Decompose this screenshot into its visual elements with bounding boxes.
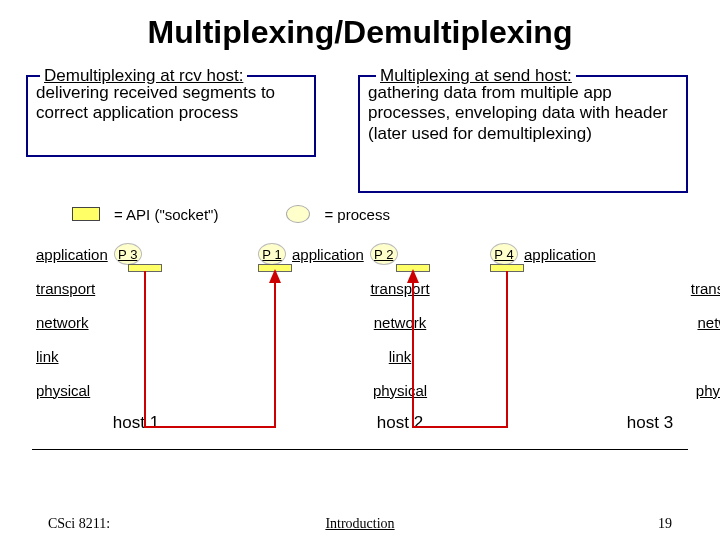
host2-label: host 2	[300, 413, 500, 433]
host1-link: link	[36, 339, 236, 373]
process-p1: P 1	[258, 243, 286, 265]
host2-stack: . transport network link physical host 2	[300, 237, 500, 433]
diagram-area: Demultiplexing at rcv host: delivering r…	[0, 57, 720, 487]
host2-physical: physical	[300, 373, 500, 407]
slide-footer: CSci 8211: Introduction 19	[0, 516, 720, 532]
process-swatch-icon	[286, 205, 310, 223]
demux-legend: Demultiplexing at rcv host:	[40, 66, 247, 86]
host3-transport: transport	[550, 271, 720, 305]
host1-transport: transport	[36, 271, 236, 305]
footer-left: CSci 8211:	[48, 516, 110, 532]
host2-link: link	[300, 339, 500, 373]
footer-mid: Introduction	[325, 516, 394, 532]
host1-network: network	[36, 305, 236, 339]
host3-label: host 3	[550, 413, 720, 433]
process-key-label: = process	[324, 206, 389, 223]
host1-label: host 1	[36, 413, 236, 433]
mux-body: gathering data from multiple app process…	[368, 83, 678, 144]
slide-title: Multiplexing/Demultiplexing	[0, 0, 720, 57]
api-key-label: = API ("socket")	[114, 206, 218, 223]
host2-api-bar-left	[258, 264, 292, 272]
footer-page-number: 19	[658, 516, 672, 532]
host1-stack: . transport network link physical host 1	[36, 237, 236, 433]
host3-stack: . transport network link physical host 3	[550, 237, 720, 433]
mux-legend: Multiplexing at send host:	[376, 66, 576, 86]
demux-body: delivering received segments to correct …	[36, 83, 306, 124]
mux-box: Multiplexing at send host: gathering dat…	[358, 75, 688, 193]
host3-network: network	[550, 305, 720, 339]
host1-physical: physical	[36, 373, 236, 407]
demux-box: Demultiplexing at rcv host: delivering r…	[26, 75, 316, 157]
host3-physical: physical	[550, 373, 720, 407]
host2-network: network	[300, 305, 500, 339]
host2-transport: transport	[300, 271, 500, 305]
host3-link: link	[550, 339, 720, 373]
api-swatch-icon	[72, 207, 100, 221]
divider-line	[32, 449, 688, 450]
socket-process-key: = API ("socket") = process	[72, 205, 390, 223]
